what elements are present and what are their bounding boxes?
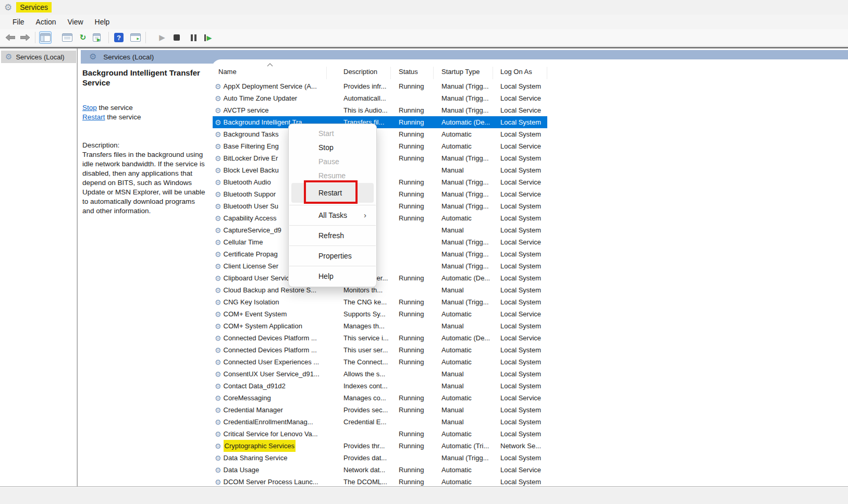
column-header-startup-type[interactable]: Startup Type xyxy=(434,67,493,79)
context-menu-separator xyxy=(289,205,376,205)
table-row[interactable]: ⚙ Cloud Backup and Restore S... Monitors… xyxy=(213,284,547,296)
service-logon-cell: Local System xyxy=(493,356,547,368)
table-row[interactable]: ⚙ Cellular Time Manual (Trigg... Local S… xyxy=(213,236,547,248)
table-row[interactable]: ⚙ BitLocker Drive Er Running Manual (Tri… xyxy=(213,152,547,164)
table-row[interactable]: ⚙ Clipboard User Service_d91d2 This user… xyxy=(213,272,547,284)
table-row[interactable]: ⚙ Bluetooth Audio Running Manual (Trigg.… xyxy=(213,176,547,188)
column-header-name[interactable]: Name xyxy=(213,67,327,79)
table-row[interactable]: ⚙ Data Sharing Service Provides dat... M… xyxy=(213,452,547,464)
service-rows: ⚙ AppX Deployment Service (A... Provides… xyxy=(213,80,547,488)
table-row[interactable]: ⚙ Auto Time Zone Updater Automaticall...… xyxy=(213,92,547,104)
start-service-icon[interactable]: ▶ xyxy=(156,31,168,44)
service-startup-cell: Manual xyxy=(434,416,493,428)
menu-file[interactable]: File xyxy=(7,16,30,28)
service-gear-icon: ⚙ xyxy=(215,131,222,138)
restart-service-icon[interactable]: ▶ xyxy=(202,31,214,44)
context-menu-item-all-tasks[interactable]: All Tasks › xyxy=(291,207,374,223)
table-row[interactable]: ⚙ Capability Access Running Automatic Lo… xyxy=(213,212,547,224)
title-bar: ⚙ Services xyxy=(0,0,848,15)
service-gear-icon: ⚙ xyxy=(215,383,222,390)
toolbar: ↻ ▶ ? ▶ ▶ xyxy=(0,29,848,46)
context-menu-item-stop[interactable]: Stop › xyxy=(291,141,374,155)
column-header-description[interactable]: Description xyxy=(327,67,391,79)
context-menu-item-properties[interactable]: Properties › xyxy=(291,248,374,264)
forward-icon[interactable] xyxy=(19,31,31,44)
service-logon-cell: Local System xyxy=(493,260,547,272)
help-icon[interactable]: ? xyxy=(113,31,125,44)
service-action-links: Stop the service Restart the service xyxy=(82,103,208,122)
table-row[interactable]: ⚙ Block Level Backu Manual Local System xyxy=(213,164,547,176)
table-row[interactable]: ⚙ Base Filtering Eng Running Automatic L… xyxy=(213,140,547,152)
menu-view[interactable]: View xyxy=(62,16,89,28)
stop-service-link[interactable]: Stop xyxy=(82,104,97,112)
table-row[interactable]: ⚙ Certificate Propag Manual (Trigg... Lo… xyxy=(213,248,547,260)
service-status-cell xyxy=(391,248,434,260)
context-menu-item-refresh[interactable]: Refresh › xyxy=(291,228,374,243)
table-row[interactable]: ⚙ Contact Data_d91d2 Indexes cont... Man… xyxy=(213,380,547,392)
context-menu-separator xyxy=(289,266,376,266)
export-list-icon[interactable]: ▶ xyxy=(92,31,105,44)
table-row[interactable]: ⚙ COM+ Event System Supports Sy... Runni… xyxy=(213,308,547,320)
table-row[interactable]: ⚙ Background Tasks Running Automatic Loc… xyxy=(213,128,547,140)
show-action-pane-icon[interactable] xyxy=(129,31,142,44)
service-description-cell: Provides sec... xyxy=(327,404,391,416)
table-row[interactable]: ⚙ AVCTP service This is Audio... Running… xyxy=(213,104,547,116)
table-row[interactable]: ⚙ Bluetooth Suppor Running Manual (Trigg… xyxy=(213,188,547,200)
table-row[interactable]: ⚙ Client License Ser Manual (Trigg... Lo… xyxy=(213,260,547,272)
table-row[interactable]: ⚙ CNG Key Isolation The CNG ke... Runnin… xyxy=(213,296,547,308)
window-title: Services xyxy=(16,2,52,13)
context-menu-item-start: Start › xyxy=(291,127,374,141)
service-status-cell xyxy=(391,380,434,392)
service-logon-cell: Local System xyxy=(493,404,547,416)
table-row[interactable]: ⚙ CoreMessaging Manages co... Running Au… xyxy=(213,392,547,404)
table-row[interactable]: ⚙ AppX Deployment Service (A... Provides… xyxy=(213,80,547,92)
context-menu-separator xyxy=(289,225,376,226)
menu-action[interactable]: Action xyxy=(30,16,62,28)
refresh-icon[interactable]: ↻ xyxy=(77,31,89,44)
table-row[interactable]: ⚙ COM+ System Application Manages th... … xyxy=(213,320,547,332)
table-row[interactable]: ⚙ Critical Service for Lenovo Va... Runn… xyxy=(213,428,547,440)
table-row[interactable]: ⚙ CaptureService_d9 Manual Local System xyxy=(213,224,547,236)
service-gear-icon: ⚙ xyxy=(215,419,222,426)
service-status-cell xyxy=(391,284,434,296)
service-status-cell: Running xyxy=(391,80,434,92)
service-startup-cell: Manual xyxy=(434,320,493,332)
table-row[interactable]: ⚙ Background Intelligent Tra... Transfer… xyxy=(213,116,547,128)
table-row[interactable]: ⚙ Cryptographic Services Provides thr...… xyxy=(213,440,547,452)
table-row[interactable]: ⚙ CredentialEnrollmentManag... Credentia… xyxy=(213,416,547,428)
service-startup-cell: Manual (Trigg... xyxy=(434,80,493,92)
service-gear-icon: ⚙ xyxy=(215,371,222,378)
service-description-cell: This service i... xyxy=(327,332,391,344)
service-description-cell: Manages co... xyxy=(327,392,391,404)
pause-service-icon[interactable] xyxy=(187,31,200,44)
service-startup-cell: Manual (Trigg... xyxy=(434,236,493,248)
service-gear-icon: ⚙ xyxy=(215,203,222,210)
service-description-cell xyxy=(327,428,391,440)
context-menu-item-help[interactable]: Help › xyxy=(291,268,374,284)
service-status-cell: Running xyxy=(391,404,434,416)
service-table: Name Description Status Startup Type Log… xyxy=(213,65,547,488)
menu-help[interactable]: Help xyxy=(89,16,116,28)
table-row[interactable]: ⚙ Connected User Experiences ... The Con… xyxy=(213,356,547,368)
service-status-cell xyxy=(391,164,434,176)
service-logon-cell: Local System xyxy=(493,80,547,92)
show-console-tree-icon[interactable] xyxy=(39,31,52,44)
show-properties-icon[interactable] xyxy=(61,31,73,44)
service-gear-icon: ⚙ xyxy=(215,359,222,366)
service-gear-icon: ⚙ xyxy=(215,407,222,414)
table-row[interactable]: ⚙ Connected Devices Platform ... This se… xyxy=(213,332,547,344)
column-header-status[interactable]: Status xyxy=(391,67,434,79)
back-icon[interactable] xyxy=(4,31,17,44)
column-header-log-on-as[interactable]: Log On As xyxy=(493,67,547,79)
context-menu: Start › Stop › Pause › Resume › Restart … xyxy=(288,124,377,287)
table-row[interactable]: ⚙ Bluetooth User Su Running Manual (Trig… xyxy=(213,200,547,212)
table-row[interactable]: ⚙ ConsentUX User Service_d91... Allows t… xyxy=(213,368,547,380)
service-status-cell: Running xyxy=(391,344,434,356)
service-logon-cell: Local Service xyxy=(493,188,547,200)
tree-item-services-local[interactable]: ⚙ Services (Local) xyxy=(1,51,76,63)
table-row[interactable]: ⚙ Data Usage Network dat... Running Auto… xyxy=(213,464,547,476)
restart-service-link[interactable]: Restart xyxy=(82,113,105,121)
table-row[interactable]: ⚙ Credential Manager Provides sec... Run… xyxy=(213,404,547,416)
table-row[interactable]: ⚙ Connected Devices Platform ... This us… xyxy=(213,344,547,356)
stop-service-icon[interactable] xyxy=(170,31,183,44)
